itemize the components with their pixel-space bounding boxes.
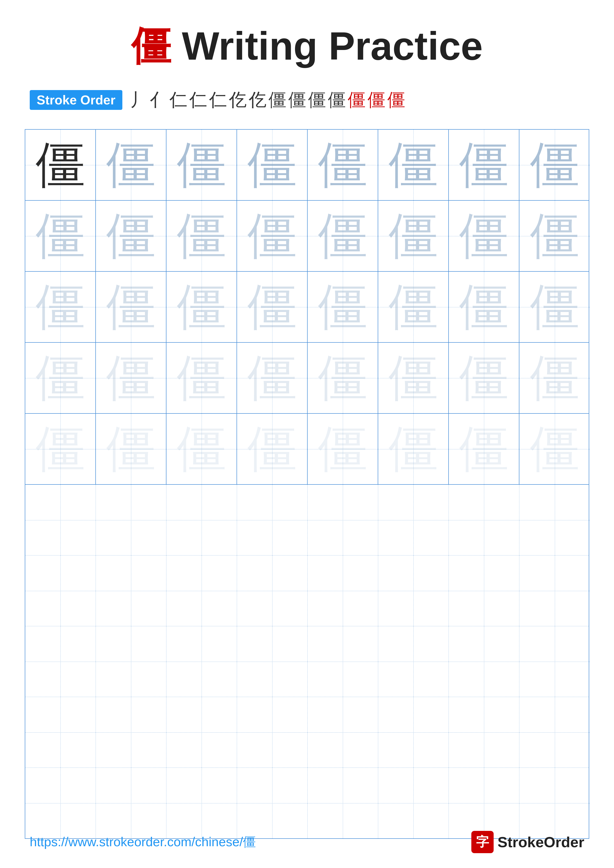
grid-cell-empty[interactable] — [166, 485, 237, 555]
grid-cell[interactable]: 僵 — [449, 414, 519, 484]
grid-cell[interactable]: 僵 — [166, 414, 237, 484]
grid-cell-empty[interactable] — [96, 555, 166, 626]
grid-cell-empty[interactable] — [96, 626, 166, 697]
grid-cell[interactable]: 僵 — [378, 130, 449, 200]
grid-cell-empty[interactable] — [237, 626, 308, 697]
grid-cell[interactable]: 僵 — [449, 130, 519, 200]
grid-cell[interactable]: 僵 — [96, 414, 166, 484]
stroke-order-section: Stroke Order 丿 亻 仁 仁 仁 仡 仡 僵 僵 僵 僵 僵 僵 僵 — [0, 88, 614, 122]
grid-cell[interactable]: 僵 — [519, 272, 590, 342]
grid-cell[interactable]: 僵 — [308, 130, 378, 200]
grid-cell[interactable]: 僵 — [308, 343, 378, 413]
practice-char-light: 僵 — [459, 353, 509, 403]
stroke-5: 仁 — [209, 88, 227, 112]
grid-cell-empty[interactable] — [378, 768, 449, 838]
grid-cell-empty[interactable] — [25, 626, 96, 697]
grid-cell-empty[interactable] — [308, 555, 378, 626]
grid-cell-empty[interactable] — [237, 485, 308, 555]
grid-cell[interactable]: 僵 — [25, 130, 96, 200]
grid-cell[interactable]: 僵 — [166, 272, 237, 342]
grid-cell-empty[interactable] — [96, 768, 166, 838]
grid-cell-empty[interactable] — [25, 555, 96, 626]
grid-cell[interactable]: 僵 — [25, 343, 96, 413]
practice-char-light: 僵 — [177, 140, 226, 190]
grid-cell-empty[interactable] — [96, 697, 166, 767]
grid-cell[interactable]: 僵 — [378, 343, 449, 413]
grid-cell-empty[interactable] — [449, 555, 519, 626]
grid-cell-empty[interactable] — [378, 485, 449, 555]
grid-cell-empty[interactable] — [308, 485, 378, 555]
grid-cell[interactable]: 僵 — [25, 201, 96, 271]
stroke-8: 僵 — [269, 88, 286, 112]
grid-cell-empty[interactable] — [519, 768, 590, 838]
grid-cell-empty[interactable] — [25, 485, 96, 555]
title-section: 僵 Writing Practice — [0, 0, 614, 88]
grid-cell[interactable]: 僵 — [96, 272, 166, 342]
stroke-12: 僵 — [348, 88, 365, 112]
grid-cell-empty[interactable] — [96, 485, 166, 555]
grid-cell-empty[interactable] — [308, 626, 378, 697]
grid-cell[interactable]: 僵 — [308, 201, 378, 271]
grid-cell[interactable]: 僵 — [166, 201, 237, 271]
grid-cell[interactable]: 僵 — [25, 414, 96, 484]
stroke-13: 僵 — [368, 88, 385, 112]
grid-cell[interactable]: 僵 — [237, 130, 308, 200]
grid-cell-empty[interactable] — [25, 768, 96, 838]
grid-cell-empty[interactable] — [449, 768, 519, 838]
footer-url[interactable]: https://www.strokeorder.com/chinese/僵 — [30, 833, 256, 851]
grid-cell-empty[interactable] — [166, 555, 237, 626]
grid-cell-empty[interactable] — [237, 768, 308, 838]
grid-cell-empty[interactable] — [449, 697, 519, 767]
grid-cell[interactable]: 僵 — [237, 272, 308, 342]
grid-cell-empty[interactable] — [308, 697, 378, 767]
grid-cell[interactable]: 僵 — [449, 201, 519, 271]
grid-cell[interactable]: 僵 — [308, 414, 378, 484]
grid-cell[interactable]: 僵 — [449, 272, 519, 342]
practice-char-light: 僵 — [389, 211, 438, 261]
practice-char-light: 僵 — [247, 282, 297, 332]
grid-cell-empty[interactable] — [378, 697, 449, 767]
grid-cell-empty[interactable] — [519, 555, 590, 626]
grid-cell[interactable]: 僵 — [237, 414, 308, 484]
grid-cell[interactable]: 僵 — [519, 343, 590, 413]
practice-char-faint: 僵 — [530, 424, 580, 474]
grid-cell[interactable]: 僵 — [519, 201, 590, 271]
grid-cell-empty[interactable] — [378, 555, 449, 626]
grid-cell[interactable]: 僵 — [378, 201, 449, 271]
grid-cell-empty[interactable] — [237, 697, 308, 767]
grid-cell[interactable]: 僵 — [449, 343, 519, 413]
grid-cell[interactable]: 僵 — [308, 272, 378, 342]
grid-cell[interactable]: 僵 — [378, 414, 449, 484]
grid-cell-empty[interactable] — [519, 485, 590, 555]
grid-cell-empty[interactable] — [519, 697, 590, 767]
practice-grid[interactable]: 僵 僵 僵 僵 僵 僵 僵 僵 僵 僵 僵 — [25, 129, 589, 839]
practice-char-faint: 僵 — [177, 424, 226, 474]
grid-cell-empty[interactable] — [166, 626, 237, 697]
grid-cell[interactable]: 僵 — [519, 414, 590, 484]
grid-cell-empty[interactable] — [166, 768, 237, 838]
grid-cell-empty[interactable] — [308, 768, 378, 838]
stroke-6: 仡 — [229, 88, 247, 112]
grid-cell[interactable]: 僵 — [96, 130, 166, 200]
practice-char-light: 僵 — [318, 140, 368, 190]
grid-cell-empty[interactable] — [166, 697, 237, 767]
grid-cell[interactable]: 僵 — [96, 343, 166, 413]
grid-cell-empty[interactable] — [237, 555, 308, 626]
practice-char-light: 僵 — [530, 282, 580, 332]
grid-cell-empty[interactable] — [378, 626, 449, 697]
grid-cell-empty[interactable] — [449, 626, 519, 697]
grid-cell-empty[interactable] — [519, 626, 590, 697]
grid-cell[interactable]: 僵 — [96, 201, 166, 271]
grid-cell[interactable]: 僵 — [519, 130, 590, 200]
grid-cell[interactable]: 僵 — [237, 343, 308, 413]
grid-cell-empty[interactable] — [25, 697, 96, 767]
grid-row-empty-4 — [25, 697, 589, 768]
grid-cell-empty[interactable] — [449, 485, 519, 555]
grid-cell[interactable]: 僵 — [166, 130, 237, 200]
grid-cell[interactable]: 僵 — [237, 201, 308, 271]
footer: https://www.strokeorder.com/chinese/僵 字 … — [0, 831, 614, 853]
grid-cell[interactable]: 僵 — [166, 343, 237, 413]
grid-cell[interactable]: 僵 — [25, 272, 96, 342]
grid-cell[interactable]: 僵 — [378, 272, 449, 342]
practice-char-light: 僵 — [318, 282, 368, 332]
